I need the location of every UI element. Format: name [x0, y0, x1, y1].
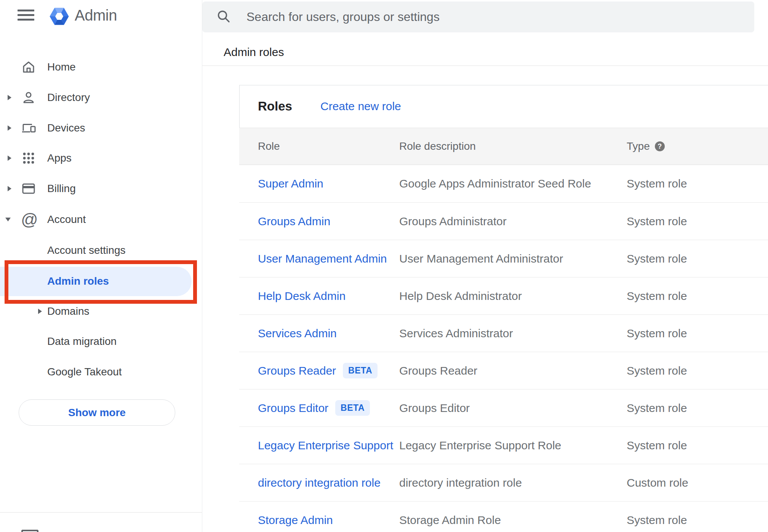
show-more-button[interactable]: Show more [19, 399, 175, 426]
beta-badge: BETA [343, 363, 378, 378]
table-row: User Management AdminUser Management Adm… [239, 240, 768, 277]
table-row: Groups EditorBETAGroups EditorSystem rol… [239, 389, 768, 426]
hamburger-menu-icon[interactable] [18, 10, 34, 21]
sidebar-item-label: Home [47, 61, 76, 73]
sidebar-item-devices[interactable]: Devices [0, 113, 202, 143]
clipped-bottom-icon [21, 530, 38, 532]
column-header-type: Type [627, 140, 650, 152]
sidebar-item-label: Billing [47, 183, 76, 195]
role-link[interactable]: Storage Admin [258, 514, 333, 527]
role-description: Legacy Enterprise Support Role [399, 439, 561, 452]
type-help-icon[interactable]: ? [655, 141, 665, 151]
sidebar-item-label: Data migration [47, 335, 117, 348]
role-description: Google Apps Administrator Seed Role [399, 177, 591, 190]
sidebar-item-label: Apps [47, 152, 72, 164]
google-admin-logo-icon [49, 5, 69, 27]
role-description: User Management Administrator [399, 252, 563, 265]
sidebar-item-directory[interactable]: Directory [0, 82, 202, 113]
table-row: Groups AdminGroups AdministratorSystem r… [239, 202, 768, 240]
role-link[interactable]: Groups Admin [258, 215, 330, 228]
role-description: Storage Admin Role [399, 514, 501, 527]
sidebar-item-domains[interactable]: Domains [0, 296, 202, 327]
role-link[interactable]: Groups Editor [258, 402, 328, 415]
sidebar-item-data-migration[interactable]: Data migration [0, 326, 202, 357]
role-description: Groups Editor [399, 402, 470, 415]
expand-arrow-icon[interactable] [8, 125, 11, 131]
role-link[interactable]: User Management Admin [258, 252, 387, 265]
column-header-role: Role [258, 140, 280, 152]
sidebar-item-label: Account settings [47, 244, 125, 256]
expand-arrow-icon[interactable] [8, 155, 11, 161]
role-link[interactable]: Services Admin [258, 327, 337, 340]
card-top-border [239, 85, 768, 85]
role-link[interactable]: Legacy Enterprise Support [258, 439, 393, 452]
table-row: Services AdminServices AdministratorSyst… [239, 314, 768, 352]
role-type: System role [627, 514, 687, 527]
header-divider [202, 66, 768, 66]
sidebar-item-label: Google Takeout [47, 366, 122, 378]
table-row: directory integration roledirectory inte… [239, 464, 768, 501]
sidebar-item-account-settings[interactable]: Account settings [0, 235, 202, 266]
breadcrumb: Admin roles [224, 46, 284, 59]
role-type: System role [627, 177, 687, 190]
sidebar-item-apps[interactable]: Apps [0, 143, 202, 173]
table-row: Legacy Enterprise SupportLegacy Enterpri… [239, 426, 768, 464]
role-link[interactable]: directory integration role [258, 476, 381, 489]
beta-badge: BETA [335, 400, 370, 416]
role-description: Groups Administrator [399, 215, 507, 228]
page-title: Roles [258, 99, 292, 114]
google-admin-console: Admin Admin roles HomeDirectoryDevicesAp… [0, 0, 768, 532]
role-type: System role [627, 290, 687, 303]
role-description: directory integration role [399, 476, 522, 489]
devices-icon [21, 120, 36, 136]
collapse-arrow-icon[interactable] [5, 218, 11, 221]
role-link[interactable]: Groups Reader [258, 364, 336, 377]
home-icon [21, 59, 36, 75]
column-header-role-description: Role description [399, 140, 476, 152]
sidebar-item-home[interactable]: Home [0, 52, 202, 82]
role-type: System role [627, 439, 687, 452]
sidebar-item-label: Directory [47, 91, 90, 104]
at-sign-icon: @ [21, 212, 36, 227]
role-type: Custom role [627, 476, 688, 489]
role-link[interactable]: Super Admin [258, 177, 323, 190]
show-more-label: Show more [68, 407, 126, 419]
role-type: System role [627, 364, 687, 377]
sidebar-item-google-takeout[interactable]: Google Takeout [0, 357, 202, 387]
sidebar-item-label: Admin roles [47, 275, 109, 287]
sidebar-item-label: Devices [47, 122, 85, 134]
sidebar-divider [202, 0, 202, 532]
role-type: System role [627, 402, 687, 415]
role-description: Help Desk Administrator [399, 290, 522, 303]
sidebar-bottom-divider [0, 512, 202, 513]
app-title: Admin [75, 7, 117, 24]
role-description: Services Administrator [399, 327, 513, 340]
sidebar-item-billing[interactable]: Billing [0, 173, 202, 204]
expand-arrow-icon[interactable] [8, 186, 11, 191]
role-type: System role [627, 215, 687, 228]
sidebar-item-admin-roles[interactable]: Admin roles [0, 266, 202, 296]
person-icon [21, 90, 36, 105]
create-new-role-link[interactable]: Create new role [320, 100, 401, 113]
expand-arrow-icon[interactable] [8, 95, 11, 100]
apps-grid-icon [21, 151, 36, 166]
table-row: Help Desk AdminHelp Desk AdministratorSy… [239, 277, 768, 314]
sidebar-item-account[interactable]: @Account [0, 204, 202, 235]
sidebar-item-label: Domains [47, 305, 89, 317]
role-type: System role [627, 252, 687, 265]
table-row: Storage AdminStorage Admin RoleSystem ro… [239, 501, 768, 532]
role-type: System role [627, 327, 687, 340]
credit-card-icon [21, 181, 36, 196]
role-link[interactable]: Help Desk Admin [258, 290, 346, 303]
search-input[interactable] [202, 2, 754, 32]
table-row: Groups ReaderBETAGroups ReaderSystem rol… [239, 352, 768, 389]
role-description: Groups Reader [399, 364, 477, 377]
expand-arrow-icon[interactable] [38, 309, 42, 314]
sidebar-item-label: Account [47, 213, 86, 226]
table-header-row: Role Role description Type ? [239, 128, 768, 165]
table-row: Super AdminGoogle Apps Administrator See… [239, 165, 768, 202]
